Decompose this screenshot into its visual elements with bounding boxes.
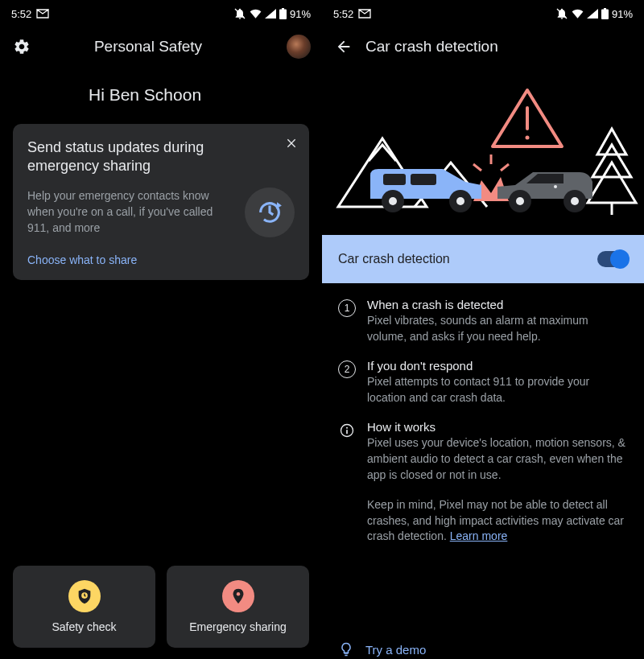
status-left: 5:52 <box>11 8 49 20</box>
lightbulb-icon <box>338 641 354 657</box>
status-left: 5:52 <box>333 8 371 20</box>
svg-rect-2 <box>282 8 284 10</box>
choose-share-link[interactable]: Choose what to share <box>27 253 137 266</box>
safety-check-tile[interactable]: Safety check <box>13 566 155 648</box>
dnd-bell-off-icon <box>555 7 568 20</box>
svg-rect-15 <box>411 174 436 185</box>
svg-rect-14 <box>383 174 406 185</box>
app-bar: Personal Safety <box>0 27 322 66</box>
info-icon <box>338 422 356 439</box>
car-crash-illustration <box>322 74 644 235</box>
status-bar: 5:52 91% <box>0 0 322 27</box>
step-1: 1 When a crash is detected Pixel vibrate… <box>338 298 628 344</box>
step-1-desc: Pixel vibrates, sounds an alarm at maxim… <box>367 313 628 344</box>
status-right: 91% <box>555 7 633 20</box>
try-demo-row[interactable]: Try a demo <box>322 636 644 657</box>
learn-more-link[interactable]: Learn more <box>450 529 508 542</box>
svg-point-19 <box>456 197 464 205</box>
card-title: Send status updates during emergency sha… <box>27 138 295 176</box>
history-clock-icon <box>245 187 295 237</box>
card-close-button[interactable] <box>285 137 298 153</box>
card-description: Help your emergency contacts know when y… <box>27 188 235 236</box>
step-1-title: When a crash is detected <box>367 298 628 311</box>
svg-point-24 <box>554 185 557 188</box>
step-2-desc: Pixel attempts to contact 911 to provide… <box>367 374 628 406</box>
svg-point-10 <box>526 136 530 140</box>
battery-icon <box>601 8 609 19</box>
settings-gear-icon[interactable] <box>11 36 32 57</box>
feature-toggle-switch[interactable] <box>597 251 628 267</box>
emergency-sharing-tile[interactable]: Emergency sharing <box>167 566 309 648</box>
safety-check-shield-icon <box>68 580 101 612</box>
svg-point-21 <box>516 197 524 205</box>
steps-list: 1 When a crash is detected Pixel vibrate… <box>322 283 644 545</box>
battery-pct: 91% <box>612 8 633 20</box>
phone-personal-safety: 5:52 91% Personal Safety Hi Ben Schoon S… <box>0 0 322 659</box>
status-time: 5:52 <box>11 8 31 20</box>
app-bar: Car crash detection <box>322 27 644 66</box>
how-it-works-desc: Pixel uses your device's location, motio… <box>367 435 628 483</box>
battery-pct: 91% <box>290 8 311 20</box>
wifi-icon <box>572 9 584 19</box>
status-bar: 5:52 91% <box>322 0 644 27</box>
wifi-icon <box>250 9 262 19</box>
toggle-label: Car crash detection <box>338 252 450 266</box>
step-1-number-icon: 1 <box>338 299 356 317</box>
battery-icon <box>279 8 287 19</box>
svg-rect-27 <box>346 430 348 435</box>
svg-point-26 <box>346 427 348 429</box>
svg-point-23 <box>571 197 579 205</box>
profile-avatar[interactable] <box>287 35 311 59</box>
cell-signal-icon <box>265 9 276 19</box>
how-it-works-title: How it works <box>367 420 628 434</box>
status-updates-card: Send status updates during emergency sha… <box>13 124 309 280</box>
phone-car-crash: 5:52 91% Car crash detection <box>322 0 644 659</box>
feature-toggle-bar: Car crash detection <box>322 235 644 283</box>
app-title: Car crash detection <box>365 38 498 56</box>
how-it-works: How it works Pixel uses your device's lo… <box>338 420 628 483</box>
step-2: 2 If you don't respond Pixel attempts to… <box>338 359 628 406</box>
emergency-sharing-pin-icon <box>222 580 254 612</box>
svg-point-4 <box>236 592 239 595</box>
gmail-icon <box>358 9 371 19</box>
app-title: Personal Safety <box>43 38 253 56</box>
try-demo-label: Try a demo <box>365 643 426 657</box>
gmail-icon <box>36 9 49 19</box>
bottom-tiles: Safety check Emergency sharing <box>13 566 309 648</box>
cell-signal-icon <box>587 9 598 19</box>
step-2-title: If you don't respond <box>367 359 628 373</box>
step-2-number-icon: 2 <box>338 360 356 378</box>
svg-line-12 <box>473 164 481 171</box>
dnd-bell-off-icon <box>233 7 246 20</box>
svg-point-17 <box>389 197 397 205</box>
disclaimer-note: Keep in mind, Pixel may not be able to d… <box>338 497 628 545</box>
svg-rect-7 <box>604 8 606 10</box>
emergency-sharing-label: Emergency sharing <box>189 620 287 633</box>
svg-rect-1 <box>279 10 287 20</box>
svg-line-13 <box>501 164 509 171</box>
back-arrow-icon[interactable] <box>333 36 354 57</box>
svg-rect-6 <box>601 10 609 20</box>
safety-check-label: Safety check <box>52 620 116 633</box>
status-time: 5:52 <box>333 8 353 20</box>
greeting-text: Hi Ben Schoon <box>0 66 322 119</box>
status-right: 91% <box>233 7 311 20</box>
